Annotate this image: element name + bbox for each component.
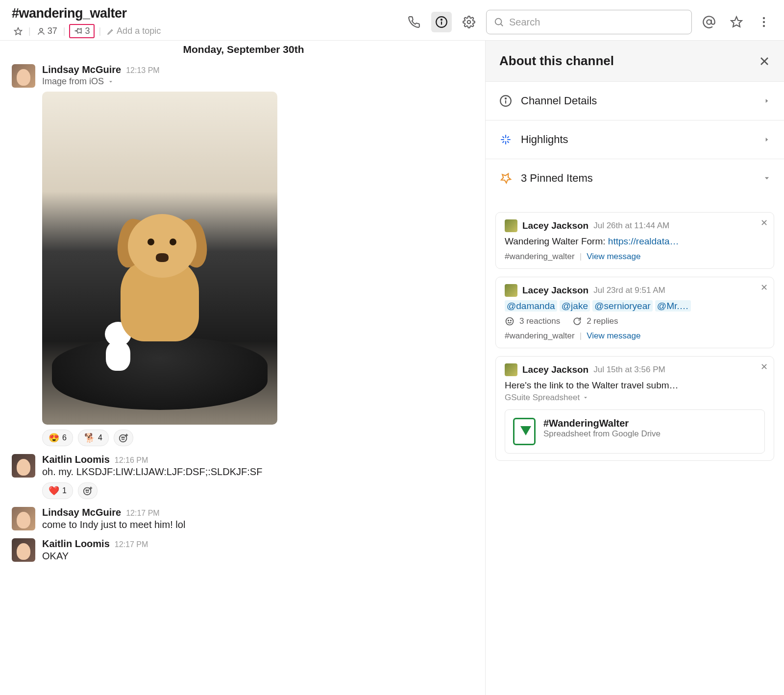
reaction[interactable]: 😍6 [42, 430, 73, 446]
person-icon [37, 27, 46, 36]
about-panel: About this channel Channel Details Highl… [485, 41, 784, 695]
chevron-right-icon [763, 136, 770, 143]
phone-icon [408, 16, 420, 28]
message-time: 12:16 PM [115, 456, 148, 465]
pin-text: Here's the link to the Walter travel sub… [505, 380, 765, 391]
pinned-item[interactable]: ✕ Lacey Jackson Jul 23rd at 9:51 AM @dam… [495, 277, 774, 348]
chevron-down-icon [763, 175, 770, 182]
mention[interactable]: @sernioryear [592, 300, 652, 312]
remove-pin-button[interactable]: ✕ [760, 217, 768, 228]
attachment-label[interactable]: Image from iOS [42, 76, 475, 87]
svg-point-4 [441, 19, 442, 20]
svg-point-15 [123, 437, 124, 438]
close-icon [759, 55, 770, 67]
pin-time: Jul 23rd at 9:51 AM [593, 286, 665, 295]
image-attachment[interactable] [42, 92, 277, 425]
smile-plus-icon [118, 432, 129, 443]
member-count[interactable]: 37 [35, 25, 59, 37]
pin-time: Jul 26th at 11:44 AM [593, 221, 669, 231]
svg-point-10 [763, 17, 765, 19]
mention[interactable]: @damanda [505, 300, 557, 312]
pin-channel: #wandering_walter [505, 331, 575, 341]
pinned-item[interactable]: ✕ Lacey Jackson Jul 15th at 3:56 PM Here… [495, 356, 774, 461]
mention[interactable]: @jake [560, 300, 590, 312]
attachment-type[interactable]: GSuite Spreadsheet [505, 393, 765, 403]
message-time: 12:13 PM [126, 66, 159, 75]
avatar[interactable] [12, 454, 35, 478]
add-reaction-button[interactable] [114, 430, 133, 446]
mentions-button[interactable] [699, 12, 719, 32]
avatar[interactable] [12, 507, 35, 530]
smile-icon [505, 316, 514, 326]
star-icon [730, 16, 743, 28]
pin-icon [74, 27, 83, 36]
pinned-item[interactable]: ✕ Lacey Jackson Jul 26th at 11:44 AM Wan… [495, 212, 774, 269]
sparkle-icon [499, 133, 512, 146]
remove-pin-button[interactable]: ✕ [760, 282, 768, 293]
svg-point-29 [508, 320, 509, 321]
pin-channel: #wandering_walter [505, 252, 575, 262]
channel-details-row[interactable]: Channel Details [486, 82, 784, 120]
svg-point-27 [505, 98, 506, 99]
avatar [505, 219, 517, 232]
smile-plus-icon [82, 485, 93, 496]
reactions-count: 3 reactions [519, 316, 560, 326]
more-button[interactable] [754, 12, 774, 32]
at-icon [702, 15, 716, 29]
reaction[interactable]: ❤️1 [42, 482, 73, 499]
add-topic-button[interactable]: Add a topic [105, 25, 163, 37]
add-reaction-button[interactable] [78, 482, 98, 499]
search-box[interactable] [486, 10, 692, 34]
chevron-right-icon [763, 97, 770, 104]
attachment-sub: Spreadsheet from Google Drive [543, 429, 661, 439]
pin-icon [499, 172, 512, 185]
pinned-count-button[interactable]: 3 [69, 24, 95, 38]
date-divider: Monday, September 30th [12, 44, 475, 55]
message-author[interactable]: Lindsay McGuire [42, 507, 121, 518]
chevron-down-icon [583, 395, 588, 401]
topic-placeholder: Add a topic [117, 26, 161, 36]
message-list: Monday, September 30th Lindsay McGuire 1… [0, 41, 485, 695]
message-author[interactable]: Lindsay McGuire [42, 64, 121, 75]
call-button[interactable] [404, 12, 424, 32]
star-items-button[interactable] [726, 12, 747, 32]
view-message-link[interactable]: View message [587, 331, 640, 341]
heart-icon: ❤️ [49, 485, 59, 496]
message-author[interactable]: Kaitlin Loomis [42, 454, 110, 465]
gsuite-attachment[interactable]: #WanderingWalter Spreadsheet from Google… [505, 409, 765, 454]
avatar[interactable] [12, 538, 35, 562]
message: Lindsay McGuire 12:17 PM come to Indy ju… [12, 503, 475, 534]
thread-icon [572, 316, 582, 326]
pinned-items-row[interactable]: 3 Pinned Items [486, 159, 784, 197]
message-author[interactable]: Kaitlin Loomis [42, 538, 110, 550]
svg-point-18 [84, 488, 91, 495]
svg-point-28 [506, 318, 514, 325]
star-icon [14, 27, 23, 36]
channel-name[interactable]: #wandering_walter [12, 6, 267, 21]
avatar [505, 284, 517, 297]
star-channel-button[interactable] [12, 26, 24, 37]
message-text: come to Indy just to meet him! lol [42, 519, 475, 530]
search-icon [493, 17, 504, 27]
pin-author: Lacey Jackson [522, 285, 588, 296]
avatar[interactable] [12, 64, 35, 88]
view-message-link[interactable]: View message [587, 252, 640, 262]
member-count-value: 37 [48, 26, 57, 36]
mention[interactable]: @Mr.… [655, 300, 691, 312]
info-icon [435, 16, 448, 28]
highlights-row[interactable]: Highlights [486, 120, 784, 159]
remove-pin-button[interactable]: ✕ [760, 361, 768, 372]
reaction[interactable]: 🐕4 [78, 430, 109, 446]
info-button[interactable] [431, 12, 452, 32]
message: Kaitlin Loomis 12:16 PM oh. my. LKSDJF:L… [12, 450, 475, 503]
svg-point-1 [40, 28, 43, 31]
svg-point-30 [511, 320, 512, 321]
gear-icon [463, 16, 475, 28]
heart-eyes-icon: 😍 [49, 432, 59, 443]
close-panel-button[interactable] [759, 55, 770, 67]
settings-button[interactable] [459, 12, 479, 32]
pin-link[interactable]: https://realdata… [608, 236, 679, 246]
avatar [505, 363, 517, 376]
pin-author: Lacey Jackson [522, 364, 588, 375]
search-input[interactable] [509, 17, 685, 28]
